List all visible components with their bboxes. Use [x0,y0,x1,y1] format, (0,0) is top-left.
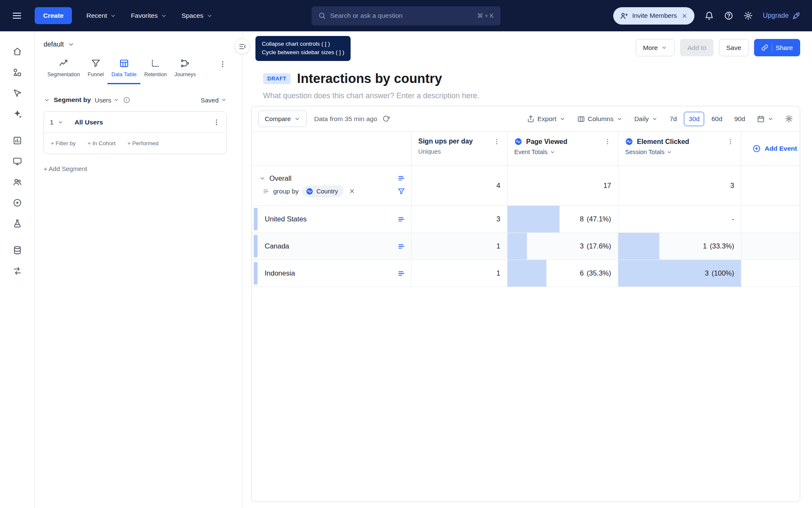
range-7d-button[interactable]: 7d [665,112,681,126]
add-segment-button[interactable]: + Add Segment [44,165,87,172]
group-by-chip[interactable]: Country [302,185,343,197]
rail-data-button[interactable] [0,241,34,260]
refresh-button[interactable] [382,115,390,122]
invite-members-button[interactable]: Invite Members [613,7,694,25]
filter-icon[interactable] [398,188,405,195]
row-indicator-bar [254,262,258,284]
segment-name[interactable]: All Users [74,119,103,126]
rail-charts-button[interactable] [0,131,34,150]
upgrade-link[interactable]: Upgrade [763,12,800,20]
column-menu-button[interactable] [493,138,500,145]
create-button[interactable]: Create [35,7,72,24]
divider [772,44,772,52]
range-90d-button[interactable]: 90d [730,112,750,126]
measure-selector[interactable]: Event Totals [514,149,611,155]
tab-funnel[interactable]: Funnel [84,58,107,84]
table-row: Overall group by Country [252,166,800,206]
recent-menu[interactable]: Recent [86,12,116,19]
saved-selector[interactable]: Saved [200,97,227,104]
tab-data-table[interactable]: Data Table [107,58,140,84]
rail-ai-button[interactable] [0,105,34,123]
flask-icon [13,219,22,228]
add-cohort-button[interactable]: + In Cohort [88,140,115,146]
cell-overall-page-viewed: 17 [507,166,618,205]
kebab-icon [604,138,611,145]
segment-menu-button[interactable] [213,119,220,126]
rail-users-button[interactable] [0,173,34,191]
favorites-menu[interactable]: Favorites [131,12,167,19]
segment-card: 1 All Users + Filter by + In Cohort + Pe… [44,111,227,154]
main-menu-button[interactable] [12,11,22,21]
global-search[interactable]: ⌘ + K [312,6,501,25]
chevron-down-icon[interactable] [44,97,50,103]
column-header-page-viewed: Page Viewed Event Totals [507,132,618,166]
rail-objects-button[interactable] [0,63,34,82]
description-placeholder[interactable]: What question does this chart answer? En… [263,91,812,100]
home-icon [13,47,22,56]
range-30d-button[interactable]: 30d [684,112,704,126]
export-button[interactable]: Export [522,111,570,127]
table-header: Sign ups per day Uniques Page Viewed Eve… [252,131,800,166]
table-controls: Compare Data from 35 min ago Export Colu… [252,106,800,131]
compare-button[interactable]: Compare [258,110,307,127]
columns-button[interactable]: Columns [573,111,627,127]
add-filter-button[interactable]: + Filter by [51,140,76,146]
event-icon [306,188,313,195]
notifications-button[interactable] [705,11,714,20]
share-button[interactable]: Share [754,39,800,56]
rocket-icon [792,12,800,20]
column-header-signups: Sign ups per day Uniques [411,132,507,166]
measure-selector[interactable]: Session Totals [625,149,734,155]
range-60d-button[interactable]: 60d [707,112,727,126]
info-icon[interactable] [123,97,130,104]
cell-element-clicked: 3(100%) [618,260,741,287]
column-menu-button[interactable] [727,138,734,145]
journeys-icon [180,58,190,68]
row-chart-icon[interactable] [398,243,405,250]
row-chart-icon[interactable] [398,270,405,277]
page-title[interactable]: Interactions by country [297,71,442,86]
help-button[interactable] [724,11,733,20]
dismiss-invite-icon[interactable] [681,13,688,19]
cell-page-viewed: 8(47.1%) [507,206,618,232]
kebab-icon [493,138,500,145]
granularity-button[interactable]: Daily [630,111,662,127]
add-event-button[interactable]: Add Event [741,132,800,166]
tab-retention[interactable]: Retention [140,58,171,84]
spaces-menu[interactable]: Spaces [181,12,213,19]
date-range-button[interactable] [752,111,778,127]
chevron-down-icon [560,116,565,122]
tab-segmentation[interactable]: Segmentation [44,58,84,84]
rail-events-button[interactable] [0,84,34,102]
collapse-sidebar-button[interactable] [234,39,250,54]
settings-button[interactable] [743,11,753,20]
column-menu-button[interactable] [604,138,611,145]
trend-icon [59,58,69,68]
save-button[interactable]: Save [719,39,748,56]
workspace-selector[interactable]: default [44,41,74,48]
table-settings-button[interactable] [785,115,793,123]
rail-dashboards-button[interactable] [0,152,34,171]
rail-replays-button[interactable] [0,193,34,212]
add-performed-button[interactable]: + Performed [127,140,159,146]
table-row: Canada 1 3(17.6%) 1(33.3%) [252,233,800,260]
more-button[interactable]: More [636,39,675,56]
expand-row-icon[interactable] [259,175,266,182]
remove-group-by-icon[interactable] [349,188,355,194]
rail-data-flow-button[interactable] [0,262,34,280]
refresh-icon [382,115,390,122]
row-chart-icon[interactable] [398,215,405,223]
row-chart-icon[interactable] [398,174,405,182]
cell-element-clicked: 1(33.3%) [618,233,741,260]
kebab-icon [213,119,220,126]
tab-journeys[interactable]: Journeys [170,58,200,84]
rail-home-button[interactable] [0,42,34,61]
chevron-down-icon [550,149,555,155]
more-chart-types-button[interactable] [219,58,227,68]
search-input[interactable] [330,12,473,19]
segment-unit-selector[interactable]: Users [95,97,119,104]
retention-icon [151,58,160,68]
chevron-down-icon[interactable] [58,119,63,125]
rail-experiments-button[interactable] [0,214,34,233]
cell-signups: 1 [411,233,507,260]
